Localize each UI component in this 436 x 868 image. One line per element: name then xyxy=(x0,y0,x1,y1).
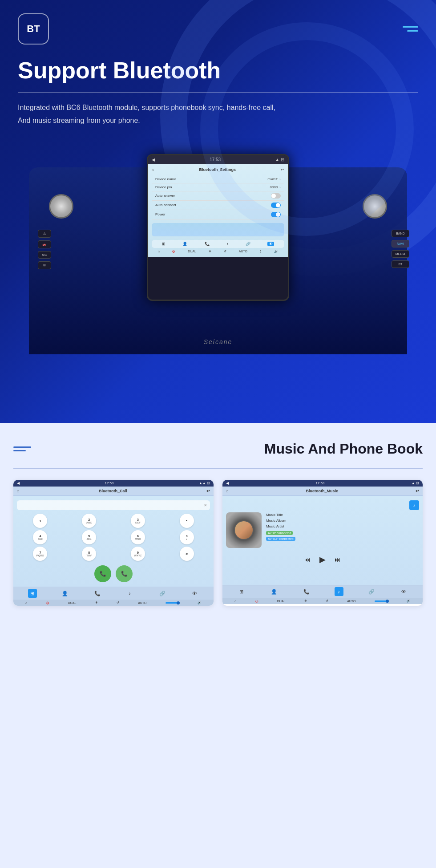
music-note-button[interactable]: ♪ xyxy=(409,500,419,510)
msys-dual: DUAL xyxy=(277,600,286,603)
power-toggle[interactable] xyxy=(271,212,281,217)
dial-input[interactable]: ✕ xyxy=(17,500,210,510)
settings-title: Bluetooth_Settings xyxy=(199,167,236,172)
music-controls: ⏮ ▶ ⏭ xyxy=(226,555,419,564)
bottom-section: Music And Phone Book ◀ 17:53 ▲▲ ⊟ ⌂ Blue… xyxy=(0,423,436,868)
music-screen-card: ◀ 17:53 ▲ ⊟ ⌂ Bluetooth_Music ↩ ♪ xyxy=(222,480,423,606)
dial-key-9[interactable]: 9WXYZ xyxy=(131,547,145,561)
next-button[interactable]: ⏭ xyxy=(335,556,341,563)
music-back-nav-icon: ↩ xyxy=(416,489,419,493)
screens-row: ◀ 17:53 ▲▲ ⊟ ⌂ Bluetooth_Call ↩ ✕ 1 xyxy=(13,480,423,606)
music-title-text: Music Title xyxy=(266,512,419,518)
msys-recycle: ↺ xyxy=(326,599,328,603)
car-image-area: ⚠ 🚗 A/C ⊞ BAND NAVI MEDIA BT ◀ 17:53 ▲ ⊟ xyxy=(18,141,418,354)
dial-key-hash[interactable]: # xyxy=(180,547,194,561)
dial-key-6[interactable]: 6MNO xyxy=(131,530,145,544)
msys-auto: AUTO xyxy=(347,600,355,603)
mtb-grid-icon[interactable]: ⊞ xyxy=(237,587,246,596)
music-toolbar: ⊞ 👤 📞 ♪ 🔗 👁 xyxy=(222,585,423,598)
alert-btn: ⚠ xyxy=(38,230,51,238)
dial-end-button[interactable]: 📞 xyxy=(116,565,133,582)
msys-slider xyxy=(375,600,388,602)
auto-answer-label: Auto answer xyxy=(155,194,175,198)
music-main: Music Title Music Album Music Artist A2D… xyxy=(226,512,419,548)
dial-key-1[interactable]: 1 xyxy=(33,514,47,528)
auto-answer-row: Auto answer xyxy=(152,191,284,201)
call-toolbar: ⊞ 👤 📞 ♪ 🔗 👁 xyxy=(13,587,214,600)
music-info: Music Title Music Album Music Artist A2D… xyxy=(266,512,419,548)
music-back-icon: ◀ xyxy=(226,481,229,485)
tb-phone-icon[interactable]: 📞 xyxy=(93,589,102,598)
sys-dual: DUAL xyxy=(68,601,77,604)
dial-key-5[interactable]: 5JKL xyxy=(82,530,96,544)
call-back-nav-icon: ↩ xyxy=(206,489,210,493)
side-buttons-left: ⚠ 🚗 A/C ⊞ xyxy=(38,230,51,269)
tb-grid-icon[interactable]: ⊞ xyxy=(28,589,37,598)
bt-logo: BT xyxy=(18,13,49,45)
bottom-menu-icon[interactable] xyxy=(13,446,31,451)
device-pin-label: Device pin xyxy=(155,185,172,189)
bottom-header: Music And Phone Book xyxy=(13,441,423,457)
mtb-eye-icon[interactable]: 👁 xyxy=(400,587,408,596)
side-buttons-right: BAND NAVI MEDIA BT xyxy=(392,230,409,268)
dial-key-3[interactable]: 3DEF xyxy=(131,514,145,528)
mtb-music-icon[interactable]: ♪ xyxy=(335,587,343,596)
call-back-icon: ◀ xyxy=(17,481,20,485)
badge-row: A2DP connected xyxy=(266,531,419,535)
dial-key-0[interactable]: 0+ xyxy=(180,530,194,544)
auto-connect-row: Auto connect xyxy=(152,201,284,210)
mtb-link-icon[interactable]: 🔗 xyxy=(367,587,376,596)
dial-actions: 📞 📞 xyxy=(17,565,210,582)
dial-key-4[interactable]: 4GHI xyxy=(33,530,47,544)
device-name-value: CarBT xyxy=(267,177,278,181)
music-time: 17:53 xyxy=(315,481,324,485)
dial-key-star[interactable]: * xyxy=(180,514,194,528)
dial-call-button[interactable]: 📞 xyxy=(94,565,111,582)
power-row: Power xyxy=(152,210,284,219)
bottom-title: Music And Phone Book xyxy=(264,441,423,457)
media-btn: MEDIA xyxy=(392,250,409,258)
tb-contact-icon[interactable]: 👤 xyxy=(61,589,69,598)
mtb-phone-icon[interactable]: 📞 xyxy=(302,587,311,596)
left-knob xyxy=(49,194,73,219)
auto-connect-toggle[interactable] xyxy=(271,203,281,208)
call-screen-card: ◀ 17:53 ▲▲ ⊟ ⌂ Bluetooth_Call ↩ ✕ 1 xyxy=(13,480,214,606)
badge-a2dp: A2DP connected xyxy=(266,531,293,535)
badge-row-2: AVRCP connected xyxy=(266,537,419,541)
msys-power: ⏻ xyxy=(255,600,258,603)
msys-snow: ❄ xyxy=(304,599,307,603)
device-name-label: Device name xyxy=(155,177,176,181)
tb-music-icon[interactable]: ♪ xyxy=(125,589,134,598)
bt-btn: BT xyxy=(392,260,409,268)
music-album-text: Music Album xyxy=(266,518,419,524)
dial-clear-icon[interactable]: ✕ xyxy=(204,503,207,507)
navi-btn: NAVI xyxy=(392,240,409,247)
hero-title: Support Bluetooth xyxy=(18,58,418,83)
mtb-contact-icon[interactable]: 👤 xyxy=(270,587,279,596)
badge-avrcp: AVRCP connected xyxy=(266,537,295,541)
sys-snow: ❄ xyxy=(95,601,98,604)
hero-top-bar: BT xyxy=(18,13,418,45)
dial-key-8[interactable]: 8TUV xyxy=(82,547,96,561)
center-screen: ◀ 17:53 ▲ ⊟ ⌂ Bluetooth_Settings ↩ Devic… xyxy=(147,154,289,301)
dial-key-7[interactable]: 7PQRS xyxy=(33,547,47,561)
play-button[interactable]: ▶ xyxy=(319,555,326,564)
music-home-icon: ⌂ xyxy=(226,489,228,493)
music-status-bar: ◀ 17:53 ▲ ⊟ xyxy=(222,480,423,487)
call-home-icon: ⌂ xyxy=(17,489,19,493)
music-content: ♪ Music Title Music Album Music Artist A… xyxy=(222,496,423,585)
hero-section: BT Support Bluetooth Integrated with BC6… xyxy=(0,0,436,423)
call-nav-bar: ⌂ Bluetooth_Call ↩ xyxy=(13,487,214,496)
call-title: Bluetooth_Call xyxy=(99,489,127,493)
auto-answer-toggle[interactable] xyxy=(271,193,281,199)
prev-button[interactable]: ⏮ xyxy=(304,556,311,563)
menu-icon[interactable] xyxy=(403,26,418,32)
dial-key-2[interactable]: 2ABC xyxy=(82,514,96,528)
call-content: ✕ 1 2ABC 3DEF * 4GHI 5JKL 6MNO 0+ 7PQRS … xyxy=(13,496,214,587)
sys-vol: 🔊 xyxy=(198,601,202,604)
tb-link-icon[interactable]: 🔗 xyxy=(158,589,167,598)
bottom-divider xyxy=(13,468,423,469)
music-sys-bar: ⌂ ⏻ DUAL ❄ ↺ AUTO 🔊 xyxy=(222,598,423,604)
dialpad-grid: 1 2ABC 3DEF * 4GHI 5JKL 6MNO 0+ 7PQRS 8T… xyxy=(17,514,210,561)
tb-eye-icon[interactable]: 👁 xyxy=(190,589,199,598)
